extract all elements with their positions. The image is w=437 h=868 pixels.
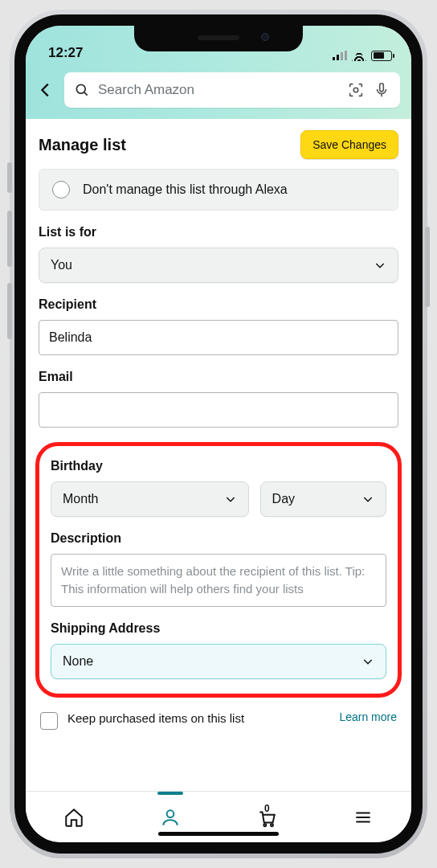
battery-icon xyxy=(371,51,392,61)
recipient-value: Belinda xyxy=(49,330,92,345)
status-time: 12:27 xyxy=(48,45,83,61)
cart-count-badge: 0 xyxy=(264,803,270,814)
content: Don't manage this list through Alexa Lis… xyxy=(26,169,411,791)
screen: 12:27 Search Amazon xyxy=(26,26,411,842)
list-for-select[interactable]: You xyxy=(39,248,398,283)
recipient-input[interactable]: Belinda xyxy=(39,320,398,355)
search-header: Search Amazon xyxy=(26,64,411,119)
volume-down-button xyxy=(7,283,12,339)
svg-rect-2 xyxy=(380,84,384,92)
voice-search-icon[interactable] xyxy=(373,81,390,99)
tab-menu[interactable] xyxy=(347,801,379,833)
recipient-section: Recipient Belinda xyxy=(39,297,398,355)
email-input[interactable] xyxy=(39,392,398,428)
alexa-label: Don't manage this list through Alexa xyxy=(83,182,288,197)
search-input[interactable]: Search Amazon xyxy=(64,72,400,108)
birthday-day-value: Day xyxy=(272,492,295,506)
save-changes-button[interactable]: Save Changes xyxy=(300,130,398,159)
highlighted-region: Birthday Month Day xyxy=(35,442,402,698)
tab-account[interactable] xyxy=(154,801,186,833)
shipping-label: Shipping Address xyxy=(51,621,386,636)
description-input[interactable]: Write a little something about the recip… xyxy=(51,554,386,607)
volume-up-button xyxy=(7,211,12,267)
learn-more-link[interactable]: Learn more xyxy=(339,710,397,723)
chevron-down-icon xyxy=(224,493,237,506)
list-for-section: List is for You xyxy=(39,225,398,283)
birthday-month-value: Month xyxy=(63,492,98,506)
tab-cart[interactable]: 0 xyxy=(251,801,283,833)
shipping-section: Shipping Address None xyxy=(51,621,386,679)
title-bar: Manage list Save Changes xyxy=(26,119,411,169)
birthday-month-select[interactable]: Month xyxy=(51,481,249,517)
svg-point-5 xyxy=(271,824,273,826)
svg-point-0 xyxy=(76,84,85,93)
page-title: Manage list xyxy=(39,136,126,154)
alexa-radio[interactable] xyxy=(52,181,70,199)
tab-home[interactable] xyxy=(58,801,90,833)
birthday-day-select[interactable]: Day xyxy=(260,481,386,517)
alexa-option-row[interactable]: Don't manage this list through Alexa xyxy=(39,169,398,211)
list-for-value: You xyxy=(51,258,72,272)
notch xyxy=(134,26,303,51)
list-for-label: List is for xyxy=(39,225,398,240)
chevron-down-icon xyxy=(361,655,374,668)
email-label: Email xyxy=(39,370,398,384)
back-button[interactable] xyxy=(34,78,58,102)
phone-frame-outer: 12:27 Search Amazon xyxy=(10,10,427,858)
cellular-icon xyxy=(333,51,347,60)
svg-point-1 xyxy=(353,88,358,92)
email-section: Email xyxy=(39,370,398,428)
home-indicator[interactable] xyxy=(158,832,279,836)
camera-search-icon[interactable] xyxy=(347,81,365,99)
phone-frame: 12:27 Search Amazon xyxy=(14,14,423,854)
description-label: Description xyxy=(51,531,386,546)
power-button xyxy=(425,227,430,307)
svg-point-3 xyxy=(167,810,174,817)
search-icon xyxy=(74,82,90,98)
side-button xyxy=(7,162,12,193)
status-right xyxy=(333,50,392,61)
chevron-down-icon xyxy=(374,259,386,272)
keep-purchased-checkbox[interactable] xyxy=(40,712,58,730)
description-section: Description Write a little something abo… xyxy=(51,531,386,607)
birthday-section: Birthday Month Day xyxy=(51,459,386,517)
search-placeholder: Search Amazon xyxy=(98,82,339,98)
birthday-label: Birthday xyxy=(51,459,386,473)
svg-point-4 xyxy=(263,824,266,826)
keep-purchased-row: Keep purchased items on this list Learn … xyxy=(39,706,398,730)
shipping-select[interactable]: None xyxy=(51,644,386,679)
speaker xyxy=(198,35,239,40)
wifi-icon xyxy=(352,50,366,61)
keep-purchased-label: Keep purchased items on this list xyxy=(67,710,329,727)
recipient-label: Recipient xyxy=(39,297,398,312)
front-camera xyxy=(261,33,269,41)
shipping-value: None xyxy=(63,654,93,669)
chevron-down-icon xyxy=(361,493,374,506)
